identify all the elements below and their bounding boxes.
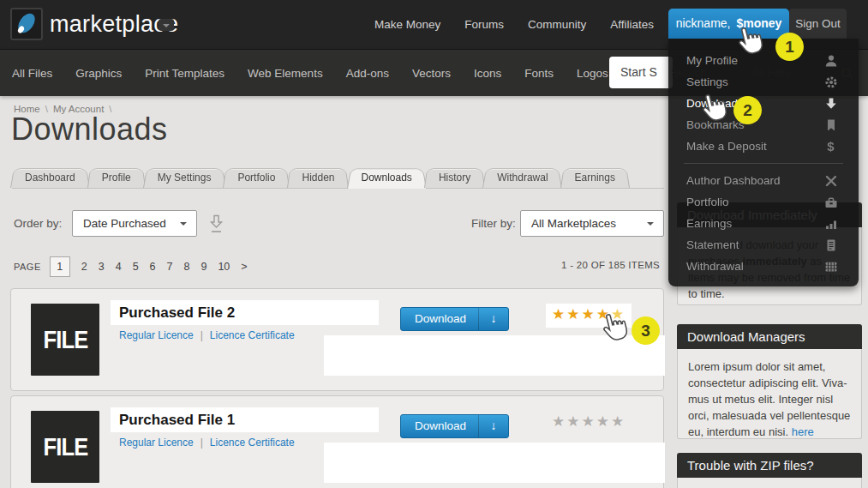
order-by-label: Order by: xyxy=(14,217,62,230)
cat-web-elements[interactable]: Web Elements xyxy=(248,67,323,80)
hand-cursor-icon xyxy=(600,310,629,348)
download-order-icon[interactable] xyxy=(209,214,224,237)
tab-withdrawal[interactable]: Withdrawal xyxy=(488,166,557,188)
here-link[interactable]: here xyxy=(792,425,814,438)
page-2[interactable]: 2 xyxy=(81,261,87,273)
menu-item-make-a-deposit[interactable]: Make a Deposit $ xyxy=(668,136,859,157)
menu-item-author-dashboard[interactable]: Author Dashboard xyxy=(668,170,859,191)
tabs-baseline xyxy=(12,188,664,189)
order-by-select[interactable]: Date Purchased xyxy=(72,210,197,237)
filter-by-select[interactable]: All Marketplaces xyxy=(520,210,664,237)
file-detail-panel xyxy=(324,443,665,483)
file-licence-links: Regular Licence|Licence Certificate xyxy=(119,329,295,341)
crossed-tools-icon xyxy=(823,173,838,188)
tab-profile[interactable]: Profile xyxy=(93,166,141,188)
user-nickname: nickname, xyxy=(676,16,731,30)
hand-cursor-icon xyxy=(735,24,764,62)
cat-vectors[interactable]: Vectors xyxy=(412,67,451,80)
download-button[interactable]: Download ↓ xyxy=(400,414,509,438)
sidebar-box-title: Trouble with ZIP files? xyxy=(677,453,862,478)
cat-logos[interactable]: Logos xyxy=(577,67,608,80)
page-5[interactable]: 5 xyxy=(133,261,139,273)
file-title-strip: Purchased File 1 xyxy=(111,407,379,432)
page-7[interactable]: 7 xyxy=(167,261,173,273)
cat-icons[interactable]: Icons xyxy=(474,67,501,80)
start-selling-button[interactable]: Start S xyxy=(609,57,673,88)
user-icon xyxy=(823,53,838,68)
sidebar-box-title: Download Managers xyxy=(677,324,862,349)
toolbox-icon xyxy=(823,195,838,209)
menu-item-portfolio[interactable]: Portfolio xyxy=(668,191,859,213)
cat-print-templates[interactable]: Print Templates xyxy=(145,67,224,80)
tab-earnings[interactable]: Earnings xyxy=(566,166,625,188)
annotation-step-badge: 2 xyxy=(733,96,762,124)
cat-add-ons[interactable]: Add-ons xyxy=(346,67,389,80)
bar-chart-icon xyxy=(823,216,838,231)
filter-by-label: Filter by: xyxy=(471,217,516,230)
page-label: PAGE xyxy=(14,262,41,272)
category-nav: All Files Graphics Print Templates Web E… xyxy=(12,50,658,96)
page-3[interactable]: 3 xyxy=(99,261,105,273)
download-arrow-icon[interactable]: ↓ xyxy=(478,308,508,330)
menu-item-statement[interactable]: Statement xyxy=(668,234,859,256)
menu-divider xyxy=(684,163,843,164)
nav-forums[interactable]: Forums xyxy=(464,18,504,31)
gear-icon xyxy=(823,75,838,89)
download-arrow-icon xyxy=(823,96,838,111)
sign-out-button[interactable]: Sign Out xyxy=(789,9,847,39)
pagination: PAGE 1 2 3 4 5 6 7 8 9 10 > xyxy=(14,256,248,277)
tab-history[interactable]: History xyxy=(429,166,480,188)
page-10[interactable]: 10 xyxy=(218,261,230,273)
nav-affiliates[interactable]: Affiliates xyxy=(610,18,654,31)
tab-my-settings[interactable]: My Settings xyxy=(148,166,221,188)
regular-licence-link[interactable]: Regular Licence xyxy=(119,437,194,449)
cat-fonts[interactable]: Fonts xyxy=(524,67,554,80)
tab-hidden[interactable]: Hidden xyxy=(292,166,344,188)
purchased-file-row: FILE Purchased File 2 Regular Licence|Li… xyxy=(10,288,664,391)
annotation-step-badge: 1 xyxy=(775,33,804,61)
page-current[interactable]: 1 xyxy=(50,256,70,277)
page-title: Downloads xyxy=(11,111,168,148)
cat-all-files[interactable]: All Files xyxy=(12,67,52,80)
tab-downloads[interactable]: Downloads xyxy=(352,166,422,188)
licence-certificate-link[interactable]: Licence Certificate xyxy=(210,437,295,449)
brand-caret-icon[interactable] xyxy=(159,19,174,31)
menu-item-earnings[interactable]: Earnings xyxy=(668,213,859,234)
regular-licence-link[interactable]: Regular Licence xyxy=(119,329,194,341)
nav-community[interactable]: Community xyxy=(528,18,586,31)
page-9[interactable]: 9 xyxy=(201,261,207,273)
items-count: 1 - 20 OF 185 ITEMS xyxy=(561,260,660,270)
statement-icon xyxy=(823,238,838,252)
account-dropdown-menu: My Profile Settings Downloads Bookmarks … xyxy=(668,39,859,286)
file-title[interactable]: Purchased File 2 xyxy=(119,300,379,325)
link-separator: | xyxy=(201,329,203,341)
file-thumbnail[interactable]: FILE xyxy=(31,304,99,376)
file-thumbnail[interactable]: FILE xyxy=(31,411,99,483)
file-title[interactable]: Purchased File 1 xyxy=(119,407,379,432)
page-8[interactable]: 8 xyxy=(183,261,189,273)
annotation-step-badge: 3 xyxy=(632,316,660,345)
tab-portfolio[interactable]: Portfolio xyxy=(228,166,284,188)
hand-cursor-icon xyxy=(699,91,728,129)
account-dropdown-button[interactable]: nickname, $money xyxy=(668,9,789,39)
tab-dashboard[interactable]: Dashboard xyxy=(15,166,85,188)
menu-item-bookmarks[interactable]: Bookmarks xyxy=(668,114,859,136)
licence-certificate-link[interactable]: Licence Certificate xyxy=(210,329,295,341)
nav-make-money[interactable]: Make Money xyxy=(374,18,440,31)
cat-graphics[interactable]: Graphics xyxy=(75,67,122,80)
page-next[interactable]: > xyxy=(241,261,247,273)
bookmark-icon xyxy=(823,117,838,132)
menu-item-settings[interactable]: Settings xyxy=(668,71,859,93)
download-arrow-icon[interactable]: ↓ xyxy=(478,415,508,437)
page-4[interactable]: 4 xyxy=(116,261,122,273)
marketplace-logo[interactable] xyxy=(10,8,43,40)
dollar-icon: $ xyxy=(823,139,838,154)
rating-stars[interactable]: ★★★★★ xyxy=(546,411,632,435)
menu-item-withdrawal[interactable]: Withdrawal xyxy=(668,256,859,277)
page-6[interactable]: 6 xyxy=(150,261,156,273)
download-button[interactable]: Download ↓ xyxy=(400,307,509,331)
primary-nav: Make Money Forums Community Affiliates H… xyxy=(374,0,702,49)
downloads-page: marketplace Make Money Forums Community … xyxy=(0,0,868,488)
cash-icon xyxy=(823,259,838,274)
sidebar-box-body: Lorem ipsum dolor sit amet, consectetur … xyxy=(677,349,862,439)
